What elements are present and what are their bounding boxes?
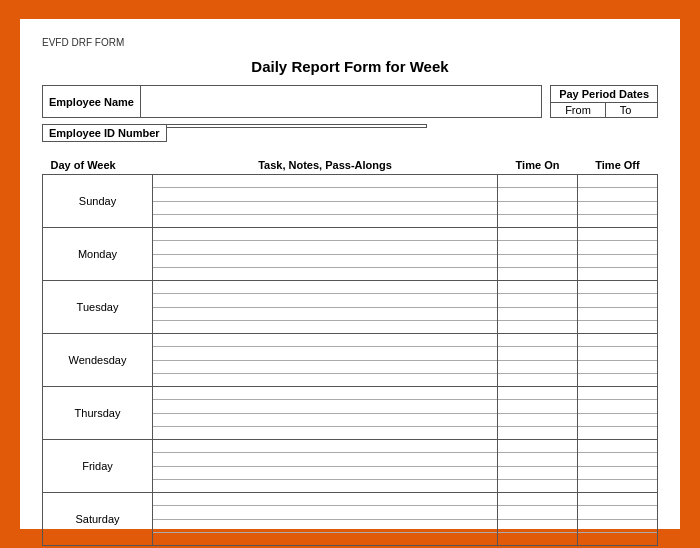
day-cell: Friday <box>43 440 153 493</box>
employee-id-label: Employee ID Number <box>42 124 167 142</box>
day-cell: Wendesday <box>43 334 153 387</box>
task-cell[interactable] <box>153 387 498 440</box>
table-row: Wendesday <box>43 334 658 387</box>
time-off-cell[interactable] <box>578 281 658 334</box>
table-row: Friday <box>43 440 658 493</box>
time-off-cell[interactable] <box>578 334 658 387</box>
col-header-day: Day of Week <box>43 156 153 175</box>
col-header-time-on: Time On <box>498 156 578 175</box>
employee-id-input[interactable] <box>167 124 427 128</box>
pay-period-label: Pay Period Dates <box>551 86 657 103</box>
pay-period-cols: From To <box>551 103 657 117</box>
time-on-cell[interactable] <box>498 493 578 546</box>
task-cell[interactable] <box>153 281 498 334</box>
header-row2: Employee ID Number <box>42 124 658 142</box>
pay-period-block: Pay Period Dates From To <box>550 85 658 118</box>
form-label: EVFD DRF FORM <box>42 37 658 48</box>
time-on-cell[interactable] <box>498 440 578 493</box>
time-off-cell[interactable] <box>578 440 658 493</box>
table-row: Monday <box>43 228 658 281</box>
time-on-cell[interactable] <box>498 387 578 440</box>
time-off-cell[interactable] <box>578 493 658 546</box>
table-row: Sunday <box>43 175 658 228</box>
page: EVFD DRF FORM Daily Report Form for Week… <box>20 19 680 529</box>
task-cell[interactable] <box>153 175 498 228</box>
time-off-cell[interactable] <box>578 175 658 228</box>
to-label: To <box>606 103 646 117</box>
table-row: Saturday <box>43 493 658 546</box>
from-label: From <box>551 103 606 117</box>
task-cell[interactable] <box>153 440 498 493</box>
task-cell[interactable] <box>153 228 498 281</box>
time-on-cell[interactable] <box>498 334 578 387</box>
task-cell[interactable] <box>153 493 498 546</box>
col-header-time-off: Time Off <box>578 156 658 175</box>
day-cell: Sunday <box>43 175 153 228</box>
employee-name-label: Employee Name <box>42 85 141 118</box>
day-cell: Saturday <box>43 493 153 546</box>
time-on-cell[interactable] <box>498 281 578 334</box>
day-cell: Tuesday <box>43 281 153 334</box>
table-row: Thursday <box>43 387 658 440</box>
main-table: Day of Week Task, Notes, Pass-Alongs Tim… <box>42 156 658 546</box>
header-row1: Employee Name Pay Period Dates From To <box>42 85 658 118</box>
task-cell[interactable] <box>153 334 498 387</box>
col-header-task: Task, Notes, Pass-Alongs <box>153 156 498 175</box>
employee-name-input[interactable] <box>141 85 542 118</box>
day-cell: Thursday <box>43 387 153 440</box>
time-off-cell[interactable] <box>578 387 658 440</box>
form-title: Daily Report Form for Week <box>42 58 658 75</box>
time-on-cell[interactable] <box>498 175 578 228</box>
time-off-cell[interactable] <box>578 228 658 281</box>
time-on-cell[interactable] <box>498 228 578 281</box>
day-cell: Monday <box>43 228 153 281</box>
table-row: Tuesday <box>43 281 658 334</box>
